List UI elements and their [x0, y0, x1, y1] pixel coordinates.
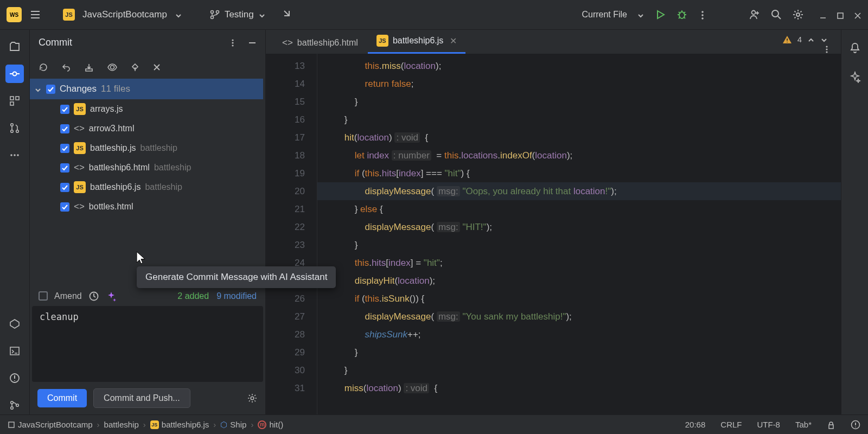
- changes-header[interactable]: Changes 11 files: [30, 79, 263, 99]
- html-file-icon: <>: [74, 201, 85, 212]
- problems-tool-icon[interactable]: [5, 369, 24, 387]
- commit-tool-icon[interactable]: [5, 65, 24, 83]
- more-icon[interactable]: [698, 9, 707, 20]
- debug-icon[interactable]: [676, 9, 688, 21]
- code-line[interactable]: if (this.isSunk()) {: [317, 290, 841, 308]
- project-tool-icon[interactable]: [5, 37, 24, 56]
- main-menu-icon[interactable]: [29, 9, 41, 21]
- file-checkbox[interactable]: [60, 183, 69, 192]
- file-row[interactable]: <> arrow3.html: [30, 119, 263, 138]
- breadcrumb-item[interactable]: ⬡Ship: [220, 420, 246, 430]
- minimize-icon[interactable]: [819, 10, 827, 19]
- amend-checkbox[interactable]: [39, 291, 48, 301]
- code-line[interactable]: }: [317, 236, 841, 254]
- file-row[interactable]: JS battleship.js battleship: [30, 138, 263, 158]
- line-separator[interactable]: CRLF: [720, 420, 742, 429]
- rollback-icon[interactable]: [61, 61, 71, 72]
- file-row[interactable]: <> bottles.html: [30, 197, 263, 216]
- close-icon[interactable]: [854, 10, 861, 19]
- build-tool-icon[interactable]: [5, 315, 24, 333]
- code-line[interactable]: this.miss(location);: [317, 57, 841, 75]
- code-line[interactable]: }: [317, 93, 841, 111]
- tab-battleship6-html[interactable]: <> battleship6.html: [273, 32, 367, 54]
- changelist-icon[interactable]: [131, 61, 139, 72]
- code-line[interactable]: displayHit(location);: [317, 272, 841, 290]
- hide-panel-icon[interactable]: [248, 37, 257, 47]
- code-line[interactable]: }: [317, 361, 841, 379]
- commit-push-button[interactable]: Commit and Push...: [93, 388, 190, 408]
- next-highlight-icon[interactable]: [820, 35, 828, 44]
- file-checkbox[interactable]: [60, 202, 69, 212]
- tabs-menu-icon[interactable]: [822, 44, 831, 54]
- file-checkbox[interactable]: [60, 144, 69, 153]
- run-icon[interactable]: [654, 9, 666, 21]
- expand-icon[interactable]: [34, 84, 42, 93]
- maximize-icon[interactable]: [837, 10, 844, 19]
- chevron-down-icon[interactable]: [175, 10, 182, 19]
- prev-highlight-icon[interactable]: [807, 35, 815, 44]
- shelve-icon[interactable]: [84, 61, 94, 72]
- code-line[interactable]: miss(location) : void {: [317, 379, 841, 397]
- added-count: 2 added: [177, 291, 209, 301]
- add-user-icon[interactable]: [749, 9, 761, 21]
- refresh-icon[interactable]: [39, 61, 48, 72]
- commit-message-input[interactable]: cleanup: [32, 306, 263, 382]
- incoming-icon[interactable]: [281, 9, 293, 21]
- code-line[interactable]: displayMessage( msg: "You sank my battle…: [317, 308, 841, 326]
- vcs-tool-icon[interactable]: [5, 396, 24, 414]
- select-all-checkbox[interactable]: [46, 85, 55, 94]
- code-line[interactable]: this.hits[index] = "hit";: [317, 254, 841, 272]
- file-checkbox[interactable]: [60, 163, 69, 173]
- ai-assistant-icon[interactable]: [846, 68, 864, 86]
- more-tool-icon[interactable]: [5, 146, 24, 164]
- run-config[interactable]: Current File: [582, 10, 627, 20]
- terminal-tool-icon[interactable]: [5, 342, 24, 360]
- branch-name[interactable]: Testing: [225, 9, 254, 20]
- code-line[interactable]: displayMessage( msg: "Oops, you already …: [317, 182, 841, 200]
- file-checkbox[interactable]: [60, 105, 69, 114]
- project-name[interactable]: JavaScriptBootcamp: [82, 9, 167, 20]
- error-stripe-icon[interactable]: [851, 419, 860, 430]
- branch-icon[interactable]: [209, 9, 220, 20]
- ai-generate-icon[interactable]: [106, 291, 117, 302]
- readonly-icon[interactable]: [827, 419, 835, 429]
- close-icon[interactable]: [152, 62, 161, 72]
- tab-battleship6-js[interactable]: JS battleship6.js ✕: [368, 29, 465, 54]
- code-line[interactable]: }: [317, 111, 841, 129]
- file-encoding[interactable]: UTF-8: [757, 420, 780, 429]
- file-checkbox[interactable]: [60, 124, 69, 133]
- indent-setting[interactable]: Tab*: [795, 420, 812, 429]
- notifications-icon[interactable]: [846, 39, 864, 57]
- code-line[interactable]: return false;: [317, 75, 841, 93]
- code-editor[interactable]: 13141516171819202122232425262728293031 t…: [266, 54, 841, 414]
- chevron-down-icon[interactable]: [637, 10, 644, 19]
- file-row[interactable]: JS battleship6.js battleship: [30, 177, 263, 197]
- breadcrumb-item[interactable]: battleship: [104, 420, 139, 429]
- commit-settings-icon[interactable]: [247, 393, 258, 404]
- structure-tool-icon[interactable]: [5, 92, 24, 110]
- code-line[interactable]: let index : number = this.locations.inde…: [317, 146, 841, 164]
- code-line[interactable]: }: [317, 343, 841, 361]
- breadcrumb-item[interactable]: JavaScriptBootcamp: [8, 420, 93, 429]
- code-line[interactable]: displayMessage( msg: "HIT!");: [317, 218, 841, 236]
- file-row[interactable]: <> battleship6.html battleship: [30, 158, 263, 177]
- code-line[interactable]: if (this.hits[index] === "hit") {: [317, 164, 841, 182]
- breadcrumb-item[interactable]: mhit(): [258, 420, 283, 429]
- commit-button[interactable]: Commit: [37, 389, 87, 407]
- panel-menu-icon[interactable]: [228, 37, 237, 47]
- pull-requests-tool-icon[interactable]: [5, 119, 24, 137]
- code-line[interactable]: hit(location) : void {: [317, 129, 841, 146]
- file-row[interactable]: JS arrays.js: [30, 99, 263, 119]
- diff-icon[interactable]: [107, 61, 118, 72]
- breadcrumb-item[interactable]: JSbattleship6.js: [150, 420, 209, 429]
- settings-icon[interactable]: [792, 9, 804, 21]
- close-tab-icon[interactable]: ✕: [450, 36, 457, 46]
- breadcrumbs[interactable]: JavaScriptBootcamp›battleship›JSbattlesh…: [8, 420, 283, 430]
- code-line[interactable]: } else {: [317, 200, 841, 218]
- search-icon[interactable]: [770, 9, 782, 21]
- chevron-down-icon[interactable]: [258, 10, 266, 19]
- caret-position[interactable]: 20:68: [685, 420, 706, 429]
- history-icon[interactable]: [88, 291, 99, 302]
- code-line[interactable]: shipsSunk++;: [317, 326, 841, 343]
- inspection-widget[interactable]: 4: [782, 34, 828, 44]
